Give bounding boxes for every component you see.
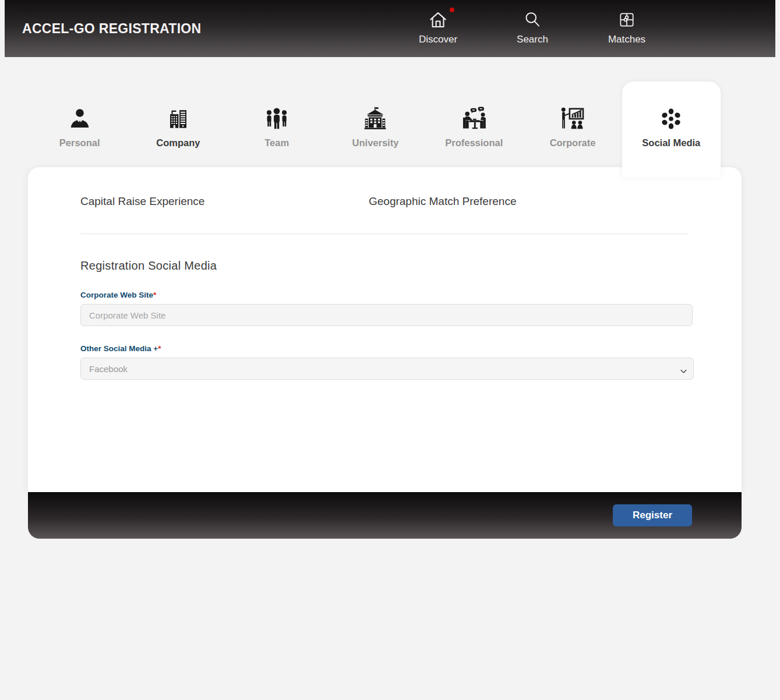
nav-item-matches[interactable]: Matches [592,0,661,45]
nav-label-search: Search [517,34,548,45]
other-social-media-select[interactable]: Facebook [80,358,694,380]
other-social-media-label: Other Social Media +* [80,344,714,353]
notification-dot [450,8,454,12]
link-capital-raise-experience[interactable]: Capital Raise Experience [80,195,369,208]
tab-label-company: Company [156,137,200,149]
form-card-content: Capital Raise Experience Geographic Matc… [28,167,742,492]
nav-label-matches: Matches [608,34,645,45]
field-label-text: Corporate Web Site [80,291,153,299]
section-divider [80,234,688,234]
tab-label-professional: Professional [445,137,503,149]
other-social-media-select-wrap: Facebook [80,358,694,380]
tab-label-corporate: Corporate [550,137,596,149]
search-icon [521,8,543,31]
registration-steps: Personal Company [30,82,721,167]
form-heading: Registration Social Media [80,259,714,273]
card-footer: Register [28,492,742,539]
corporate-web-site-field: Corporate Web Site* [80,291,714,326]
tab-team[interactable]: Team [228,82,326,167]
home-icon [427,8,449,31]
nav-label-discover: Discover [419,34,457,45]
person-icon [68,98,91,132]
tab-company[interactable]: Company [129,82,227,167]
nav-item-discover[interactable]: Discover [404,0,472,45]
tab-label-social-media: Social Media [642,137,700,149]
required-asterisk: * [153,291,156,299]
app-header: ACCEL-GO REGISTRATION Discover Search [5,0,775,57]
team-icon [264,98,290,132]
page-title: ACCEL-GO REGISTRATION [5,21,404,37]
puzzle-icon [616,8,638,31]
tab-label-university: University [352,137,399,149]
register-button[interactable]: Register [613,504,692,526]
top-nav: Discover Search [404,0,775,45]
required-asterisk: * [158,344,161,353]
social-media-icon [658,98,684,132]
tab-university[interactable]: University [326,82,425,167]
university-icon [362,98,388,132]
tab-label-personal: Personal [59,137,100,149]
professional-icon [460,98,488,132]
corporate-web-site-input[interactable] [80,304,693,326]
tab-corporate[interactable]: Corporate [523,82,622,167]
form-card: Capital Raise Experience Geographic Matc… [28,167,742,539]
tab-social-media[interactable]: Social Media [622,82,721,178]
field-label-text: Other Social Media + [80,344,158,353]
company-icon [166,98,190,132]
corporate-web-site-label: Corporate Web Site* [80,291,714,299]
tab-label-team: Team [264,137,289,149]
tab-professional[interactable]: Professional [425,82,523,167]
tab-personal[interactable]: Personal [30,82,129,167]
link-geographic-match-preference[interactable]: Geographic Match Preference [369,195,516,208]
nav-item-search[interactable]: Search [498,0,567,45]
other-social-media-field: Other Social Media +* Facebook [80,344,714,380]
corporate-icon [559,98,587,132]
section-links: Capital Raise Experience Geographic Matc… [80,195,714,208]
